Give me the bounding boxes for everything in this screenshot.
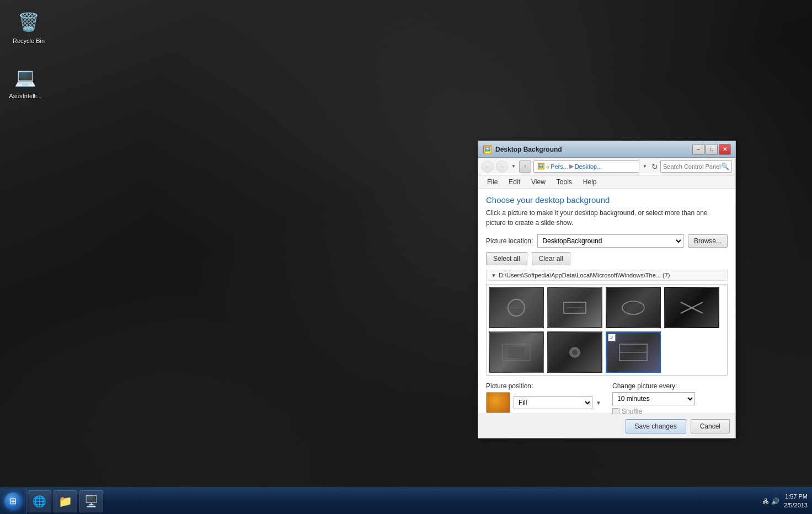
minimize-button[interactable]: – <box>692 144 704 155</box>
volume-icon: 🔊 <box>771 497 779 505</box>
taskbar-ie-button[interactable]: 🌐 <box>28 490 51 512</box>
thumb-img-3 <box>607 288 660 327</box>
address-path[interactable]: 🖼️ « Pers... ▶ Desktop... <box>533 160 639 173</box>
thumbnail-2[interactable] <box>547 287 602 328</box>
path-icon: 🖼️ <box>537 163 545 170</box>
thumbnail-6[interactable] <box>547 331 602 373</box>
content-area: Choose your desktop background Click a p… <box>478 189 735 414</box>
clock-time: 1:57 PM <box>784 492 808 501</box>
thumb-img-5 <box>490 333 543 372</box>
up-button[interactable]: ↑ <box>519 160 531 173</box>
thumb-img-1 <box>490 288 543 327</box>
taskbar-right: 🖧 🔊 1:57 PM 2/5/2013 <box>762 492 812 510</box>
back-button[interactable]: ← <box>482 160 494 173</box>
desktop-icon-recycle-bin[interactable]: 🗑️ Recycle Bin <box>7 7 51 46</box>
menu-edit[interactable]: Edit <box>504 177 525 187</box>
search-input[interactable] <box>663 163 721 170</box>
recycle-bin-icon: 🗑️ <box>15 9 42 35</box>
nav-dropdown-arrow[interactable]: ▼ <box>511 164 516 169</box>
start-orb: ⊞ <box>4 492 22 510</box>
content-heading: Choose your desktop background <box>486 195 728 205</box>
clock-date: 2/5/2013 <box>784 501 808 510</box>
thumbnail-1[interactable] <box>489 287 544 328</box>
bottom-controls: Picture position: Fill ▼ Change picture … <box>486 382 728 414</box>
save-changes-button[interactable]: Save changes <box>626 419 686 433</box>
clear-all-button[interactable]: Clear all <box>532 252 570 265</box>
menubar: File Edit View Tools Help <box>478 175 735 189</box>
network-icon: 🖧 <box>762 497 769 505</box>
search-box: 🔍 <box>660 160 732 173</box>
sys-tray: 🖧 🔊 <box>762 497 779 505</box>
menu-tools[interactable]: Tools <box>552 177 576 187</box>
thumb-img-2 <box>548 288 601 327</box>
shuffle-row: Shuffle <box>612 408 728 414</box>
refresh-button[interactable]: ↻ <box>651 162 658 171</box>
change-picture-label: Change picture every: <box>612 382 728 390</box>
asus-icon: 💻 <box>12 64 39 90</box>
thumb-img-6 <box>548 333 601 372</box>
menu-file[interactable]: File <box>483 177 502 187</box>
menu-view[interactable]: View <box>527 177 550 187</box>
path-desktop[interactable]: Desktop... <box>575 163 602 170</box>
desktop-icon-asus[interactable]: 💻 AsusIntelli... <box>3 62 47 101</box>
svg-rect-8 <box>508 347 525 358</box>
picture-position-row: Fill ▼ <box>486 392 601 413</box>
thumbnail-3[interactable] <box>606 287 661 328</box>
thumbnail-5[interactable] <box>489 331 544 373</box>
cancel-button[interactable]: Cancel <box>691 419 730 433</box>
forward-button[interactable]: → <box>496 160 508 173</box>
position-thumbnail-preview <box>486 392 510 413</box>
folder-path-text: D:\Users\Softpedia\AppData\Local\Microso… <box>499 272 670 279</box>
footer: Save changes Cancel <box>478 414 735 438</box>
svg-point-10 <box>572 350 578 355</box>
taskbar-control-panel-button[interactable]: 🖥️ <box>79 490 103 512</box>
taskbar: ⊞ 🌐 📁 🖥️ 🖧 🔊 1:57 PM 2/5/2013 <box>0 488 812 514</box>
taskbar-explorer-button[interactable]: 📁 <box>54 490 77 512</box>
thumbnail-7-selected[interactable]: ✓ <box>606 331 661 373</box>
content-description: Click a picture to make it your desktop … <box>486 208 728 228</box>
picture-location-select[interactable]: DesktopBackground <box>537 234 683 248</box>
thumb-checkbox-7[interactable]: ✓ <box>608 334 616 341</box>
titlebar: 🖼️ Desktop Background – □ ✕ <box>478 141 735 158</box>
picture-position-label: Picture position: <box>486 382 601 390</box>
picture-position-select[interactable]: Fill <box>514 396 592 409</box>
desktop-background-window: 🖼️ Desktop Background – □ ✕ ← → ▼ ↑ 🖼️ «… <box>478 141 736 438</box>
thumbnail-grid: ✓ <box>487 285 727 375</box>
menu-help[interactable]: Help <box>579 177 601 187</box>
change-picture-group: Change picture every: 10 minutes Shuffle <box>612 382 728 414</box>
picture-location-label: Picture location: <box>486 237 533 245</box>
thumb-img-4 <box>665 288 718 327</box>
explorer-icon: 📁 <box>58 495 72 508</box>
asus-label: AsusIntelli... <box>6 93 45 99</box>
addressbar: ← → ▼ ↑ 🖼️ « Pers... ▶ Desktop... ▼ ↻ 🔍 <box>478 158 735 175</box>
desktop: 🗑️ Recycle Bin 💻 AsusIntelli... 🖼️ Deskt… <box>0 0 812 514</box>
folder-path: ▼ D:\Users\Softpedia\AppData\Local\Micro… <box>486 270 728 281</box>
folder-arrow-icon: ▼ <box>491 272 496 279</box>
picture-position-group: Picture position: Fill ▼ <box>486 382 601 413</box>
close-button[interactable]: ✕ <box>719 144 731 155</box>
window-icon: 🖼️ <box>483 145 492 154</box>
select-all-button[interactable]: Select all <box>486 252 527 265</box>
change-picture-select[interactable]: 10 minutes <box>612 392 695 405</box>
recycle-bin-label: Recycle Bin <box>9 38 49 44</box>
start-button[interactable]: ⊞ <box>0 488 26 515</box>
shuffle-checkbox[interactable] <box>612 408 619 414</box>
maximize-button[interactable]: □ <box>706 144 718 155</box>
thumbnail-4[interactable] <box>664 287 719 328</box>
path-pers[interactable]: Pers... <box>551 163 568 170</box>
shuffle-label: Shuffle <box>622 408 642 414</box>
select-clear-row: Select all Clear all <box>486 252 728 265</box>
ie-icon: 🌐 <box>33 495 46 508</box>
search-icon: 🔍 <box>721 163 729 170</box>
window-title: Desktop Background <box>495 146 691 153</box>
path-dropdown-arrow[interactable]: ▼ <box>643 164 647 169</box>
pos-dropdown-arrow: ▼ <box>596 400 601 406</box>
browse-button[interactable]: Browse... <box>688 234 728 248</box>
control-panel-icon: 🖥️ <box>84 495 98 508</box>
clock: 1:57 PM 2/5/2013 <box>784 492 808 510</box>
thumbnail-scroll-area: ✓ <box>486 284 728 376</box>
svg-point-4 <box>622 301 644 314</box>
picture-location-row: Picture location: DesktopBackground Brow… <box>486 234 728 248</box>
